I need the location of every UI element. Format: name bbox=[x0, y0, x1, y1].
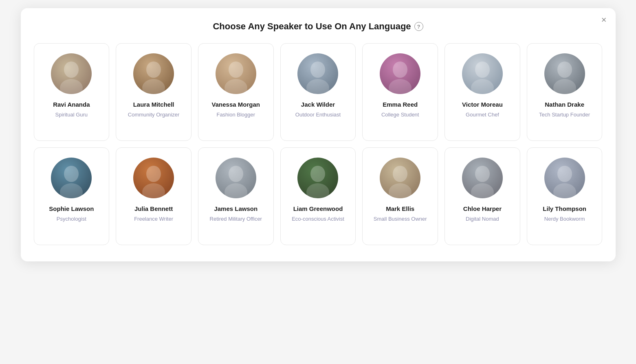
speaker-name-nathan-drake: Nathan Drake bbox=[545, 101, 584, 109]
svg-point-2 bbox=[60, 79, 83, 94]
speaker-name-james-lawson: James Lawson bbox=[214, 205, 257, 213]
speaker-name-liam-greenwood: Liam Greenwood bbox=[293, 205, 343, 213]
speaker-role-ravi-ananda: Spiritual Guru bbox=[55, 111, 88, 118]
svg-point-14 bbox=[389, 79, 412, 94]
speaker-role-mark-ellis: Small Business Owner bbox=[374, 215, 427, 223]
speaker-avatar-laura-mitchell bbox=[133, 53, 174, 94]
speaker-role-jack-wilder: Outdoor Enthusiast bbox=[295, 111, 341, 118]
speaker-role-emma-reed: College Student bbox=[381, 111, 419, 118]
svg-point-1 bbox=[64, 61, 79, 78]
modal-title: Choose Any Speaker to Use On Any Languag… bbox=[34, 21, 603, 32]
speaker-role-nathan-drake: Tech Startup Founder bbox=[539, 111, 590, 118]
speaker-name-chloe-harper: Chloe Harper bbox=[463, 205, 502, 213]
speaker-role-vanessa-morgan: Fashion Blogger bbox=[216, 111, 255, 118]
speaker-card-lily-thompson[interactable]: Lily ThompsonNerdy Bookworm bbox=[527, 147, 603, 245]
speaker-avatar-vanessa-morgan bbox=[216, 53, 256, 94]
speaker-avatar-james-lawson bbox=[216, 158, 256, 198]
speaker-name-laura-mitchell: Laura Mitchell bbox=[133, 101, 174, 109]
speaker-card-chloe-harper[interactable]: Chloe HarperDigital Nomad bbox=[445, 147, 520, 245]
svg-point-37 bbox=[475, 166, 490, 182]
speaker-role-laura-mitchell: Community Organizer bbox=[128, 111, 179, 118]
svg-point-23 bbox=[60, 183, 83, 198]
svg-point-40 bbox=[557, 166, 572, 182]
speaker-avatar-emma-reed bbox=[380, 53, 420, 94]
svg-point-16 bbox=[475, 61, 490, 78]
svg-point-19 bbox=[557, 61, 572, 78]
speaker-card-emma-reed[interactable]: Emma ReedCollege Student bbox=[362, 43, 438, 141]
speaker-avatar-sophie-lawson bbox=[51, 158, 92, 198]
speaker-avatar-victor-moreau bbox=[462, 53, 503, 94]
svg-point-11 bbox=[306, 79, 329, 94]
speaker-name-lily-thompson: Lily Thompson bbox=[543, 205, 586, 213]
svg-point-31 bbox=[310, 166, 325, 182]
svg-point-13 bbox=[393, 61, 407, 78]
speaker-card-mark-ellis[interactable]: Mark EllisSmall Business Owner bbox=[362, 147, 438, 245]
speaker-card-victor-moreau[interactable]: Victor MoreauGourmet Chef bbox=[445, 43, 520, 141]
speaker-avatar-chloe-harper bbox=[462, 158, 503, 198]
speaker-avatar-liam-greenwood bbox=[297, 158, 338, 198]
speaker-avatar-ravi-ananda bbox=[51, 53, 92, 94]
speaker-name-julia-bennett: Julia Bennett bbox=[134, 205, 173, 213]
speaker-name-sophie-lawson: Sophie Lawson bbox=[49, 205, 94, 213]
speaker-role-julia-bennett: Freelance Writer bbox=[134, 215, 173, 223]
svg-point-25 bbox=[146, 166, 161, 182]
svg-point-5 bbox=[142, 79, 165, 94]
speaker-card-ravi-ananda[interactable]: Ravi AnandaSpiritual Guru bbox=[34, 43, 110, 141]
speaker-card-vanessa-morgan[interactable]: Vanessa MorganFashion Blogger bbox=[198, 43, 274, 141]
svg-point-41 bbox=[553, 183, 576, 198]
svg-point-29 bbox=[224, 183, 247, 198]
speaker-role-sophie-lawson: Psychologist bbox=[57, 215, 86, 223]
speaker-role-victor-moreau: Gourmet Chef bbox=[466, 111, 499, 118]
speaker-name-emma-reed: Emma Reed bbox=[383, 101, 418, 109]
speaker-card-liam-greenwood[interactable]: Liam GreenwoodEco-conscious Activist bbox=[280, 147, 356, 245]
close-button[interactable]: × bbox=[601, 15, 607, 24]
svg-point-7 bbox=[229, 61, 243, 78]
speaker-card-nathan-drake[interactable]: Nathan DrakeTech Startup Founder bbox=[527, 43, 603, 141]
svg-point-20 bbox=[553, 79, 576, 94]
speaker-avatar-nathan-drake bbox=[544, 53, 585, 94]
speaker-role-james-lawson: Retired Military Officer bbox=[210, 215, 262, 223]
speaker-role-liam-greenwood: Eco-conscious Activist bbox=[292, 215, 344, 223]
svg-point-26 bbox=[142, 183, 165, 198]
svg-point-10 bbox=[310, 61, 325, 78]
speaker-card-laura-mitchell[interactable]: Laura MitchellCommunity Organizer bbox=[116, 43, 191, 141]
svg-point-35 bbox=[389, 183, 412, 198]
svg-point-28 bbox=[229, 166, 243, 182]
svg-point-17 bbox=[471, 79, 494, 94]
speaker-role-lily-thompson: Nerdy Bookworm bbox=[544, 215, 585, 223]
speaker-name-victor-moreau: Victor Moreau bbox=[462, 101, 503, 109]
speakers-grid: Ravi AnandaSpiritual Guru Laura Mitchell… bbox=[34, 43, 603, 245]
speaker-avatar-mark-ellis bbox=[380, 158, 420, 198]
svg-point-34 bbox=[393, 166, 407, 182]
svg-point-32 bbox=[306, 183, 329, 198]
svg-point-22 bbox=[64, 166, 79, 182]
speaker-card-julia-bennett[interactable]: Julia BennettFreelance Writer bbox=[116, 147, 191, 245]
help-icon[interactable]: ? bbox=[414, 22, 423, 31]
svg-point-38 bbox=[471, 183, 494, 198]
speaker-name-mark-ellis: Mark Ellis bbox=[386, 205, 414, 213]
speaker-card-james-lawson[interactable]: James LawsonRetired Military Officer bbox=[198, 147, 274, 245]
speaker-card-jack-wilder[interactable]: Jack WilderOutdoor Enthusiast bbox=[280, 43, 356, 141]
speaker-card-sophie-lawson[interactable]: Sophie LawsonPsychologist bbox=[34, 147, 110, 245]
speaker-role-chloe-harper: Digital Nomad bbox=[466, 215, 499, 223]
speaker-name-vanessa-morgan: Vanessa Morgan bbox=[212, 101, 260, 109]
speaker-name-jack-wilder: Jack Wilder bbox=[301, 101, 335, 109]
modal-title-text: Choose Any Speaker to Use On Any Languag… bbox=[213, 21, 411, 32]
svg-point-4 bbox=[146, 61, 161, 78]
speaker-avatar-julia-bennett bbox=[133, 158, 174, 198]
svg-point-8 bbox=[224, 79, 247, 94]
speaker-avatar-jack-wilder bbox=[297, 53, 338, 94]
speaker-name-ravi-ananda: Ravi Ananda bbox=[53, 101, 90, 109]
speaker-avatar-lily-thompson bbox=[544, 158, 585, 198]
speaker-selection-modal: × Choose Any Speaker to Use On Any Langu… bbox=[21, 8, 616, 261]
